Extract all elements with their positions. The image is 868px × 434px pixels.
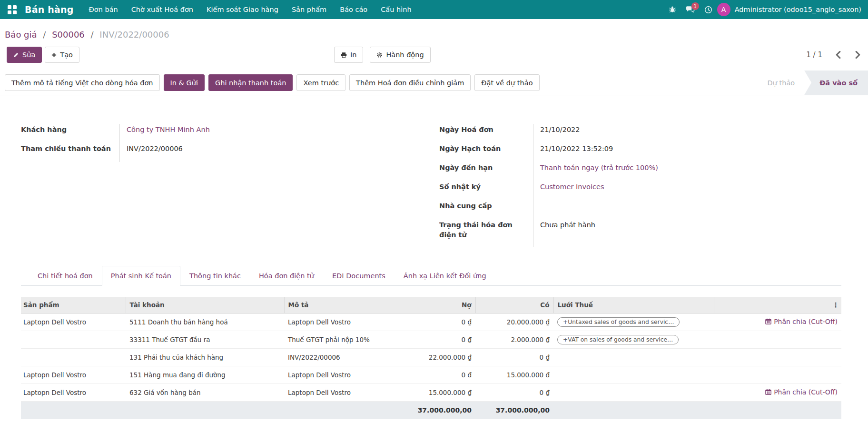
plus-icon <box>51 52 57 58</box>
payment-reference-value: INV/2022/00006 <box>120 143 183 162</box>
add-vietnamese-description-button[interactable]: Thêm mô tả tiếng Việt cho dòng hóa đơn <box>5 74 160 91</box>
menu-don-ban[interactable]: Đơn bán <box>82 0 125 19</box>
breadcrumb: Báo giá / S00006 / INV/2022/00006 <box>0 19 868 41</box>
cell-debit: 0 ₫ <box>399 366 475 384</box>
pager-count: 1 / 1 <box>806 50 822 59</box>
left-field-group: Khách hàng Công ty TNHH Minh Anh Tham ch… <box>21 124 423 162</box>
header-account[interactable]: Tài khoản <box>126 297 284 313</box>
table-row[interactable]: 131 Phải thu của khách hàng INV/2022/000… <box>21 348 841 366</box>
tab-einvoice[interactable]: Hóa đơn điện tử <box>250 266 323 286</box>
messages-chat-icon[interactable]: 1 <box>686 6 695 13</box>
status-draft[interactable]: Dự thảo <box>758 71 805 95</box>
header-tax-grids[interactable]: Lưới Thuế <box>553 297 714 313</box>
cell-account: 632 Giá vốn hàng bán <box>126 384 284 401</box>
messages-count-badge: 1 <box>691 2 699 10</box>
debug-bug-icon[interactable] <box>669 6 676 13</box>
menu-cau-hinh[interactable]: Cấu hình <box>374 0 418 19</box>
cell-account: 131 Phải thu của khách hàng <box>126 348 284 366</box>
table-row[interactable]: 33311 Thuế GTGT đầu ra Thuế GTGT phải nộ… <box>21 331 841 348</box>
cell-description: Laptopn Dell Vostro <box>284 366 399 384</box>
table-header-row: Sản phẩm Tài khoản Mô tả Nợ Có Lưới Thuế… <box>21 297 841 313</box>
user-name: Administrator (odoo15_anglo_saxon) <box>735 6 861 13</box>
cell-credit: 15.000.000 ₫ <box>475 366 553 384</box>
activities-clock-icon[interactable] <box>704 6 712 14</box>
cell-debit: 0 ₫ <box>399 313 475 331</box>
breadcrumb-separator: / <box>43 30 46 40</box>
action-button[interactable]: Hành động <box>370 47 430 63</box>
menu-san-pham[interactable]: Sản phẩm <box>285 0 333 19</box>
right-field-group: Ngày Hoá đơn 21/10/2022 Ngày Hạch toán 2… <box>439 124 841 247</box>
statusbar-actions: Thêm mô tả tiếng Việt cho dòng hóa đơn I… <box>0 71 868 95</box>
due-date-value[interactable]: Thanh toán ngay (trả trước 100%) <box>533 162 658 181</box>
print-and-send-button[interactable]: In & Gửi <box>164 74 205 91</box>
create-button[interactable]: Tạo <box>45 47 79 63</box>
preview-button[interactable]: Xem trước <box>296 74 345 91</box>
tab-other-info[interactable]: Thông tin khác <box>180 266 250 286</box>
menu-cho-xuat-hoa-don[interactable]: Chờ xuất Hoá đơn <box>125 0 200 19</box>
table-row[interactable]: Laptopn Dell Vostro 5111 Doanh thu bán h… <box>21 313 841 331</box>
table-row[interactable]: Laptopn Dell Vostro 632 Giá vốn hàng bán… <box>21 384 841 401</box>
column-options-kebab-icon[interactable]: ⋮ <box>832 302 839 308</box>
gear-icon <box>376 52 383 58</box>
reset-to-draft-button[interactable]: Đặt về dự thảo <box>474 74 539 91</box>
main-menu: Đơn bán Chờ xuất Hoá đơn Kiểm soát Giao … <box>82 0 418 19</box>
notebook-tabs: Chi tiết hoá đơn Phát sinh Kế toán Thông… <box>21 266 841 286</box>
cell-credit: 0 ₫ <box>475 348 553 366</box>
form-sheet: Khách hàng Công ty TNHH Minh Anh Tham ch… <box>0 95 868 247</box>
cutoff-link[interactable]: Phân chia (Cut-Off) <box>765 388 838 396</box>
pager-previous-icon[interactable] <box>835 50 842 60</box>
cell-product: Laptopn Dell Vostro <box>21 313 126 331</box>
tax-grid-tag[interactable]: +Untaxed sales of goods and servic… <box>557 317 680 327</box>
menu-bao-cao[interactable]: Báo cáo <box>333 0 374 19</box>
journal-value[interactable]: Customer Invoices <box>533 181 604 200</box>
calendar-icon <box>765 318 771 324</box>
user-menu[interactable]: A Administrator (odoo15_anglo_saxon) <box>717 3 861 16</box>
print-button-label: In <box>350 51 356 59</box>
header-product[interactable]: Sản phẩm <box>21 297 126 313</box>
breadcrumb-bao-gia[interactable]: Báo giá <box>5 30 37 40</box>
app-brand[interactable]: Bán hàng <box>25 4 74 15</box>
header-description[interactable]: Mô tả <box>284 297 399 313</box>
accounting-date-label: Ngày Hạch toán <box>439 143 533 162</box>
print-button[interactable]: In <box>334 47 363 63</box>
invoice-date-label: Ngày Hoá đơn <box>439 124 533 143</box>
breadcrumb-current: INV/2022/00006 <box>99 30 169 40</box>
top-navbar: Bán hàng Đơn bán Chờ xuất Hoá đơn Kiểm s… <box>0 0 868 19</box>
apps-menu-icon[interactable] <box>6 3 18 16</box>
status-posted[interactable]: Đã vào sổ <box>804 71 868 95</box>
cell-account: 33311 Thuế GTGT đầu ra <box>126 331 284 348</box>
tax-grid-tag[interactable]: +VAT on sales of goods and service… <box>557 335 679 344</box>
tab-counterpart-mapping[interactable]: Ánh xạ Liên kết Đối ứng <box>395 266 495 286</box>
cutoff-link[interactable]: Phân chia (Cut-Off) <box>765 318 838 325</box>
einvoice-status-label: Trạng thái hóa đơn điện tử <box>439 219 533 247</box>
cell-description: Laptopn Dell Vostro <box>284 384 399 401</box>
cell-description: INV/2022/00006 <box>284 348 399 366</box>
tab-invoice-lines[interactable]: Chi tiết hoá đơn <box>29 266 102 286</box>
cell-credit: 0 ₫ <box>475 384 553 401</box>
header-credit[interactable]: Có <box>475 297 553 313</box>
pencil-icon <box>13 52 19 58</box>
cell-debit: 0 ₫ <box>399 331 475 348</box>
action-button-label: Hành động <box>386 51 424 59</box>
cell-account: 151 Hàng mua đang đi đường <box>126 366 284 384</box>
cell-product: Laptopn Dell Vostro <box>21 384 126 401</box>
journal-items-table: Sản phẩm Tài khoản Mô tả Nợ Có Lưới Thuế… <box>21 297 841 419</box>
breadcrumb-s00006[interactable]: S00006 <box>52 30 85 40</box>
add-credit-note-button[interactable]: Thêm Hoá đơn điều chỉnh giảm <box>349 74 471 91</box>
breadcrumb-separator: / <box>91 30 94 40</box>
cutoff-label: Phân chia (Cut-Off) <box>774 388 838 396</box>
table-row[interactable]: Laptopn Dell Vostro 151 Hàng mua đang đi… <box>21 366 841 384</box>
tab-journal-items[interactable]: Phát sinh Kế toán <box>102 266 180 286</box>
accounting-date-value: 21/10/2022 13:52:09 <box>533 143 613 162</box>
header-debit[interactable]: Nợ <box>399 297 475 313</box>
user-avatar: A <box>717 3 730 16</box>
customer-value[interactable]: Công ty TNHH Minh Anh <box>120 124 210 143</box>
pager-next-icon[interactable] <box>854 50 861 60</box>
payment-reference-label: Tham chiếu thanh toán <box>21 143 120 162</box>
menu-kiem-soat-giao-hang[interactable]: Kiểm soát Giao hàng <box>200 0 285 19</box>
edit-button-label: Sửa <box>22 51 35 59</box>
tab-edi-documents[interactable]: EDI Documents <box>323 266 395 286</box>
credit-total: 37.000.000,00 <box>475 401 553 419</box>
register-payment-button[interactable]: Ghi nhận thanh toán <box>208 74 293 91</box>
edit-button[interactable]: Sửa <box>7 47 42 63</box>
